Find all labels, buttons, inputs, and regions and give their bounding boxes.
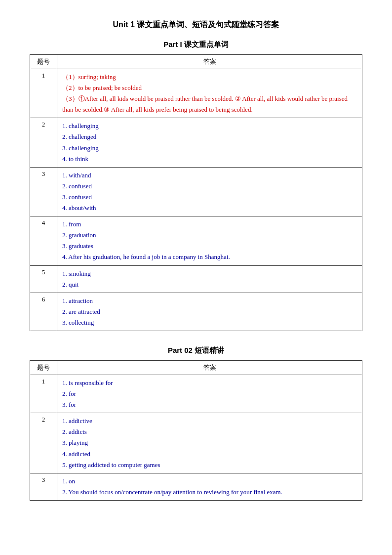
part2-col-num: 题号 [30,360,57,375]
row-number: 6 [30,293,57,331]
row-answers: 1. attraction2. are attracted3. collecti… [57,293,362,331]
table-row: 51. smoking2. quit [30,265,362,293]
row-answers: 1. smoking2. quit [57,265,362,293]
part2-title: Part 02 短语精讲 [30,346,362,355]
row-number: 4 [30,216,57,265]
part2-table: 题号 答案 11. is responsible for2. for3. for… [30,360,362,501]
table-row: 1（1）surfing; taking（2）to be praised; be … [30,69,362,118]
row-answers: 1. addictive2. addicts3. playing4. addic… [57,413,362,473]
row-answers: 1. from2. graduation3. graduates4. After… [57,216,362,265]
table-row: 61. attraction2. are attracted3. collect… [30,293,362,331]
row-number: 3 [30,167,57,216]
part1-title: Part I 课文重点单词 [30,40,362,49]
table-row: 21. challenging2. challenged3. challengi… [30,118,362,167]
row-number: 2 [30,413,57,473]
table-row: 41. from2. graduation3. graduates4. Afte… [30,216,362,265]
table-row: 11. is responsible for2. for3. for [30,375,362,413]
row-answers: 1. is responsible for2. for3. for [57,375,362,413]
row-number: 2 [30,118,57,167]
row-answers: （1）surfing; taking（2）to be praised; be s… [57,69,362,118]
part2-col-ans: 答案 [57,360,362,375]
row-answers: 1. on2. You should focus on/concentrate … [57,473,362,500]
part1-col-ans: 答案 [57,55,362,69]
row-answers: 1. challenging2. challenged3. challengin… [57,118,362,167]
row-number: 3 [30,473,57,500]
row-number: 5 [30,265,57,293]
table-row: 21. addictive2. addicts3. playing4. addi… [30,413,362,473]
table-row: 31. with/and2. confused3. confused4. abo… [30,167,362,216]
part1-col-num: 题号 [30,55,57,69]
row-number: 1 [30,375,57,413]
row-answers: 1. with/and2. confused3. confused4. abou… [57,167,362,216]
main-title: Unit 1 课文重点单词、短语及句式随堂练习答案 [30,20,362,30]
table-row: 31. on2. You should focus on/concentrate… [30,473,362,500]
row-number: 1 [30,69,57,118]
part1-table: 题号 答案 1（1）surfing; taking（2）to be praise… [30,54,362,331]
